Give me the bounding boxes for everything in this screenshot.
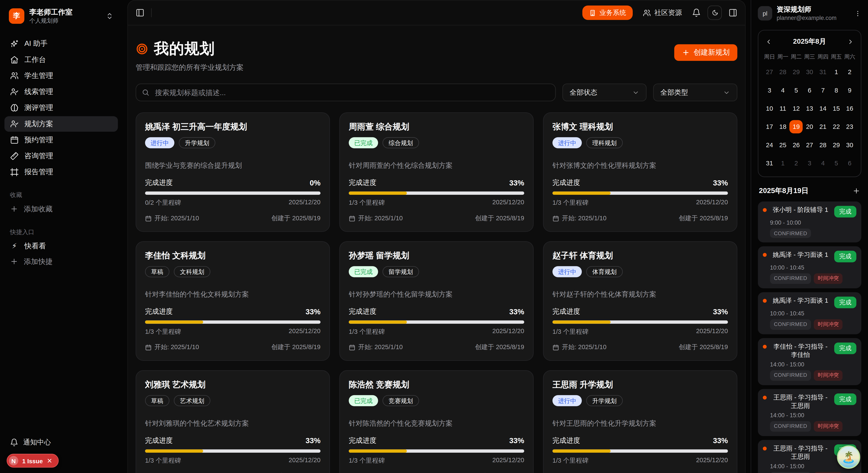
sidebar-item-students[interactable]: 学生管理: [4, 68, 118, 84]
plan-card[interactable]: 陈浩然 竞赛规划已完成竞赛规划针对陈浩然的个性化竞赛规划方案完成进度33%1/3…: [339, 370, 534, 473]
calendar-day[interactable]: 8: [830, 84, 843, 97]
due-date: 2025/12/20: [492, 456, 524, 465]
sidebar-item-workbench[interactable]: 工作台: [4, 52, 118, 67]
due-date: 2025/12/20: [696, 456, 728, 465]
calendar-day[interactable]: 14: [816, 102, 830, 115]
milestone-count: 1/3 个里程碑: [349, 199, 385, 207]
create-plan-button[interactable]: 创建新规划: [674, 44, 737, 61]
sidebar-item-consultations[interactable]: 咨询管理: [4, 148, 118, 164]
calendar-day[interactable]: 27: [803, 138, 816, 152]
plan-card[interactable]: 赵子轩 体育规划进行中体育规划针对赵子轩的个性化体育规划方案完成进度33%1/3…: [543, 241, 737, 361]
calendar-day[interactable]: 13: [803, 102, 816, 115]
event-card[interactable]: 王思雨 - 学习指导 - 王思雨完成14:00 - 15:00CONFIRMED…: [758, 389, 862, 436]
status-filter-select[interactable]: 全部状态: [562, 84, 647, 101]
calendar-day[interactable]: 29: [830, 138, 843, 152]
calendar-day[interactable]: 18: [776, 120, 789, 133]
community-resources-button[interactable]: 社区资源: [640, 7, 685, 18]
event-complete-button[interactable]: 完成: [834, 251, 856, 262]
calendar-day[interactable]: 23: [843, 120, 856, 133]
calendar-day[interactable]: 21: [816, 120, 830, 133]
calendar-day[interactable]: 9: [843, 84, 856, 97]
right-panel-toggle-button[interactable]: [728, 8, 737, 17]
calendar-next-button[interactable]: [847, 38, 854, 45]
sidebar-item-ai-assistant[interactable]: AI 助手: [4, 36, 118, 51]
sidebar-item-assessments[interactable]: 测评管理: [4, 100, 118, 116]
search-input[interactable]: [154, 88, 550, 97]
calendar-day[interactable]: 11: [776, 102, 789, 115]
calendar-day[interactable]: 4: [776, 84, 789, 97]
plan-card-description: 针对刘雅琪的个性化艺术规划方案: [145, 419, 320, 429]
business-system-button[interactable]: 业务系统: [582, 6, 633, 20]
plan-card[interactable]: 李佳怡 文科规划草稿文科规划针对李佳怡的个性化文科规划方案完成进度33%1/3 …: [135, 241, 330, 361]
calendar-day[interactable]: 15: [830, 102, 843, 115]
calendar-day[interactable]: 6: [843, 157, 856, 170]
event-card[interactable]: 张小明 - 阶段辅导 1完成9:00 - 10:00CONFIRMED: [758, 201, 862, 242]
calendar-day[interactable]: 30: [803, 65, 816, 78]
calendar-day[interactable]: 20: [803, 120, 816, 133]
event-card[interactable]: 姚禹泽 - 学习面谈 1完成10:00 - 10:45CONFIRMED时间冲突: [758, 292, 862, 335]
calendar-day[interactable]: 4: [816, 157, 830, 170]
island-sticker[interactable]: 🏝️: [837, 446, 861, 469]
calendar-day-selected[interactable]: 19: [789, 120, 803, 133]
calendar-day[interactable]: 17: [763, 120, 776, 133]
calendar-day[interactable]: 2: [789, 157, 803, 170]
calendar-day[interactable]: 25: [776, 138, 789, 152]
plan-card[interactable]: 孙梦瑶 留学规划已完成留学规划针对孙梦瑶的个性化留学规划方案完成进度33%1/3…: [339, 241, 534, 361]
type-badge: 文科规划: [174, 266, 210, 277]
milestone-count: 1/3 个里程碑: [553, 327, 589, 336]
close-icon[interactable]: [47, 458, 53, 464]
calendar-day[interactable]: 1: [830, 65, 843, 78]
calendar-day[interactable]: 12: [789, 102, 803, 115]
workspace-switcher[interactable]: 李 李老师工作室 个人规划师: [4, 6, 118, 27]
type-filter-select[interactable]: 全部类型: [653, 84, 737, 101]
sidebar-item-add-favorites[interactable]: 添加收藏: [4, 201, 118, 217]
calendar-day[interactable]: 22: [830, 120, 843, 133]
calendar-day[interactable]: 30: [843, 138, 856, 152]
calendar-day[interactable]: 26: [789, 138, 803, 152]
plan-card-badges: 草稿艺术规划: [145, 395, 320, 406]
calendar-day[interactable]: 27: [763, 65, 776, 78]
plan-card[interactable]: 姚禹泽 初三升高一年度规划进行中升学规划围绕学业与竞赛的综合提升规划完成进度0%…: [135, 113, 330, 232]
calendar-day[interactable]: 3: [803, 157, 816, 170]
dev-issues-badge[interactable]: N 1 Issue: [7, 454, 59, 468]
sidebar-item-appointments[interactable]: 预约管理: [4, 132, 118, 148]
event-card[interactable]: 姚禹泽 - 学习面谈 1完成10:00 - 10:45CONFIRMED时间冲突: [758, 246, 862, 288]
calendar-day[interactable]: 3: [763, 84, 776, 97]
calendar-prev-button[interactable]: [765, 38, 772, 45]
calendar-day[interactable]: 16: [843, 102, 856, 115]
sidebar-item-add-quick-entry[interactable]: 添加快捷: [4, 254, 118, 270]
event-complete-button[interactable]: 完成: [834, 393, 856, 405]
calendar-day[interactable]: 31: [816, 65, 830, 78]
calendar-day[interactable]: 6: [803, 84, 816, 97]
calendar-day[interactable]: 29: [789, 65, 803, 78]
calendar-day[interactable]: 31: [763, 157, 776, 170]
calendar-day[interactable]: 5: [789, 84, 803, 97]
sidebar-item-plans[interactable]: 规划方案: [4, 116, 118, 132]
calendar-day[interactable]: 10: [763, 102, 776, 115]
plan-card[interactable]: 王思雨 升学规划进行中升学规划针对王思雨的个性化升学规划方案完成进度33%1/3…: [543, 370, 737, 473]
plan-card[interactable]: 周雨萱 综合规划已完成综合规划针对周雨萱的个性化综合规划方案完成进度33%1/3…: [339, 113, 534, 232]
calendar-day[interactable]: 5: [830, 157, 843, 170]
calendar-day[interactable]: 28: [776, 65, 789, 78]
calendar-day[interactable]: 28: [816, 138, 830, 152]
calendar-day[interactable]: 24: [763, 138, 776, 152]
calendar-day[interactable]: 2: [843, 65, 856, 78]
sidebar-toggle-button[interactable]: [135, 8, 145, 17]
theme-toggle-button[interactable]: [708, 6, 722, 20]
calendar-day[interactable]: 1: [776, 157, 789, 170]
plan-card[interactable]: 张博文 理科规划进行中理科规划针对张博文的个性化理科规划方案完成进度33%1/3…: [543, 113, 737, 232]
notification-center[interactable]: 通知中心: [6, 435, 117, 450]
sidebar-item-reports[interactable]: 报告管理: [4, 164, 118, 180]
event-complete-button[interactable]: 完成: [834, 206, 856, 218]
event-complete-button[interactable]: 完成: [834, 296, 856, 308]
add-event-button[interactable]: [852, 187, 860, 195]
sidebar-item-quick-view[interactable]: ⚡快看看: [4, 238, 118, 254]
plan-card[interactable]: 刘雅琪 艺术规划草稿艺术规划针对刘雅琪的个性化艺术规划方案完成进度33%1/3 …: [135, 370, 330, 473]
more-menu-icon[interactable]: [854, 10, 861, 17]
event-complete-button[interactable]: 完成: [834, 343, 856, 354]
sidebar-section-title-quick-entry: 快捷入口: [10, 228, 113, 236]
sidebar-item-leads[interactable]: 线索管理: [4, 84, 118, 99]
event-card[interactable]: 李佳怡 - 学习指导 - 李佳怡完成14:00 - 15:00CONFIRMED…: [758, 338, 862, 385]
calendar-day[interactable]: 7: [816, 84, 830, 97]
notifications-button[interactable]: [692, 8, 701, 17]
